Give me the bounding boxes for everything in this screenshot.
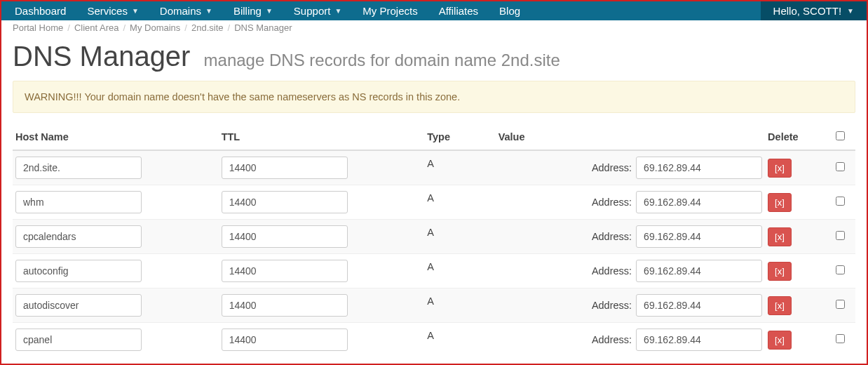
host-input[interactable]: [15, 294, 142, 317]
ttl-input[interactable]: [222, 260, 348, 282]
address-label: Address:: [592, 300, 632, 311]
nav-item-services[interactable]: Services▼: [76, 1, 149, 20]
select-all-checkbox[interactable]: [836, 131, 845, 140]
nav-item-label: My Projects: [362, 5, 417, 17]
warning-alert: WARNING!!! Your domain name doesn't have…: [13, 81, 855, 113]
address-input[interactable]: [636, 260, 762, 282]
nav-item-billing[interactable]: Billing▼: [223, 1, 283, 20]
delete-button[interactable]: [x]: [768, 227, 792, 246]
table-row: AAddress:[x]: [13, 185, 855, 220]
table-row: AAddress:[x]: [13, 288, 855, 323]
chevron-down-icon: ▼: [847, 7, 854, 15]
page-title-text: DNS Manager: [13, 41, 190, 72]
ttl-input[interactable]: [222, 294, 348, 317]
nav-item-label: Dashboard: [15, 5, 66, 17]
address-label: Address:: [592, 197, 632, 208]
breadcrumb-separator: /: [184, 22, 187, 33]
main-content: DNS Manager manage DNS records for domai…: [1, 34, 867, 357]
row-select-checkbox[interactable]: [836, 231, 845, 240]
nav-item-label: Blog: [499, 5, 520, 17]
table-row: AAddress:[x]: [13, 254, 855, 288]
nav-item-label: Billing: [233, 5, 262, 17]
breadcrumb-item[interactable]: 2nd.site: [191, 22, 224, 33]
page-subtitle: manage DNS records for domain name 2nd.s…: [204, 51, 560, 69]
chevron-down-icon: ▼: [132, 7, 139, 15]
chevron-down-icon: ▼: [205, 7, 212, 15]
chevron-down-icon: ▼: [266, 7, 273, 15]
type-cell: A: [424, 185, 495, 220]
address-input[interactable]: [636, 294, 762, 317]
breadcrumb-separator: /: [123, 22, 126, 33]
page-title: DNS Manager manage DNS records for domai…: [13, 41, 855, 71]
table-row: AAddress:[x]: [13, 150, 855, 185]
address-label: Address:: [592, 231, 632, 242]
type-cell: A: [424, 288, 495, 323]
nav-item-label: Affiliates: [439, 5, 478, 17]
ttl-input[interactable]: [222, 225, 348, 248]
host-input[interactable]: [15, 225, 142, 248]
row-select-checkbox[interactable]: [836, 265, 845, 274]
breadcrumb-item[interactable]: My Domains: [130, 22, 180, 33]
warning-text: WARNING!!! Your domain name doesn't have…: [25, 91, 460, 102]
chevron-down-icon: ▼: [334, 7, 341, 15]
address-input[interactable]: [636, 191, 762, 213]
delete-button[interactable]: [x]: [768, 296, 792, 315]
table-header-row: Host Name TTL Type Value Delete: [13, 126, 855, 150]
ttl-input[interactable]: [222, 328, 348, 351]
address-label: Address:: [592, 334, 632, 345]
host-input[interactable]: [15, 328, 142, 351]
breadcrumb-item[interactable]: Portal Home: [13, 22, 63, 33]
address-input[interactable]: [636, 328, 762, 351]
col-header-value: Value: [496, 126, 765, 150]
delete-button[interactable]: [x]: [768, 262, 792, 281]
row-select-checkbox[interactable]: [836, 300, 845, 309]
delete-button[interactable]: [x]: [768, 331, 792, 350]
nav-item-support[interactable]: Support▼: [283, 1, 352, 20]
type-cell: A: [424, 150, 495, 185]
nav-item-blog[interactable]: Blog: [489, 1, 531, 20]
col-header-ttl: TTL: [219, 126, 425, 150]
host-input[interactable]: [15, 260, 142, 282]
nav-item-label: Support: [294, 5, 331, 17]
ttl-input[interactable]: [222, 191, 348, 213]
nav-left: DashboardServices▼Domains▼Billing▼Suppor…: [4, 1, 531, 20]
type-cell: A: [424, 220, 495, 254]
col-header-select: [826, 126, 855, 150]
address-label: Address:: [592, 162, 632, 173]
host-input[interactable]: [15, 191, 142, 213]
dns-records-table: Host Name TTL Type Value Delete AAddress…: [13, 126, 855, 357]
row-select-checkbox[interactable]: [836, 162, 845, 171]
row-select-checkbox[interactable]: [836, 197, 845, 206]
breadcrumb-item: DNS Manager: [234, 22, 292, 33]
table-row: AAddress:[x]: [13, 323, 855, 357]
nav-item-my-projects[interactable]: My Projects: [352, 1, 428, 20]
col-header-host: Host Name: [13, 126, 219, 150]
address-input[interactable]: [636, 157, 762, 179]
address-label: Address:: [592, 265, 632, 277]
top-navbar: DashboardServices▼Domains▼Billing▼Suppor…: [1, 1, 867, 20]
type-cell: A: [424, 254, 495, 288]
nav-item-label: Domains: [160, 5, 201, 17]
host-input[interactable]: [15, 157, 142, 179]
address-input[interactable]: [636, 225, 762, 248]
delete-button[interactable]: [x]: [768, 159, 792, 178]
breadcrumb-item[interactable]: Client Area: [74, 22, 119, 33]
nav-item-domains[interactable]: Domains▼: [149, 1, 223, 20]
nav-item-label: Services: [87, 5, 128, 17]
ttl-input[interactable]: [222, 157, 348, 179]
nav-item-affiliates[interactable]: Affiliates: [428, 1, 489, 20]
user-menu[interactable]: Hello, SCOTT! ▼: [761, 1, 867, 20]
user-menu-label: Hello, SCOTT!: [773, 5, 842, 17]
breadcrumb: Portal Home/Client Area/My Domains/2nd.s…: [1, 20, 867, 34]
type-cell: A: [424, 323, 495, 357]
breadcrumb-separator: /: [228, 22, 231, 33]
col-header-type: Type: [424, 126, 495, 150]
table-row: AAddress:[x]: [13, 220, 855, 254]
col-header-delete: Delete: [765, 126, 826, 150]
nav-item-dashboard[interactable]: Dashboard: [4, 1, 76, 20]
breadcrumb-separator: /: [67, 22, 70, 33]
delete-button[interactable]: [x]: [768, 193, 792, 212]
row-select-checkbox[interactable]: [836, 334, 845, 343]
